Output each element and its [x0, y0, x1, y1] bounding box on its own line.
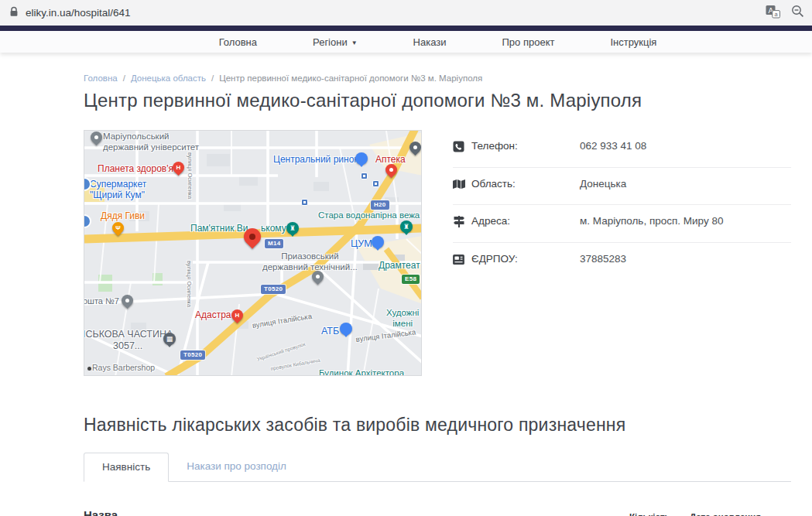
- map-label: ькому: [261, 223, 286, 234]
- nav-list: ГоловнаРегіони▼НаказиПро проектІнструкці…: [63, 31, 812, 53]
- marker-glyph: H: [231, 309, 243, 321]
- info-row: Область:Донецька: [453, 168, 791, 205]
- info-row: Телефон:062 933 41 08: [453, 130, 791, 168]
- browser-address-bar[interactable]: eliky.in.ua/hospital/641 A a: [0, 0, 812, 26]
- map-label: Планета здоров'я: [98, 163, 173, 174]
- phone-square-icon: [453, 140, 471, 155]
- translate-icon[interactable]: A a: [766, 5, 780, 22]
- selected-location-pin[interactable]: [240, 224, 264, 248]
- marker-glyph: [312, 271, 324, 282]
- marker-glyph: [122, 295, 133, 306]
- marker-glyph: ▦: [166, 336, 173, 343]
- pharmacy-marker[interactable]: [383, 162, 399, 178]
- monument-marker[interactable]: ♜: [286, 222, 299, 234]
- map-label: Rays Barbershop: [92, 363, 155, 372]
- road-badge: E58: [402, 275, 420, 284]
- hospital-marker[interactable]: H: [170, 159, 187, 176]
- map-label: вулиця Осипенка: [186, 152, 193, 199]
- poi-marker[interactable]: [407, 139, 422, 155]
- breadcrumb-separator: /: [123, 73, 125, 83]
- poi-dot: [87, 367, 91, 371]
- lock-icon[interactable]: [9, 6, 19, 20]
- info-label: ЄДРПОУ:: [471, 253, 580, 265]
- marker-glyph: ♜: [290, 225, 296, 232]
- info-label: Телефон:: [471, 140, 580, 152]
- info-value: 37885283: [580, 253, 626, 265]
- transit-stop-icon[interactable]: [301, 199, 308, 206]
- map-label: АТБ: [321, 326, 339, 337]
- marker-glyph: [409, 142, 421, 153]
- nav-item-1[interactable]: Головна: [219, 36, 257, 48]
- tab-orders[interactable]: Накази про розподіл: [169, 453, 304, 481]
- info-row: ЄДРПОУ:37885283: [453, 243, 791, 279]
- breadcrumb-link[interactable]: Головна: [84, 73, 118, 83]
- map-label: ЦУМ: [351, 238, 372, 250]
- nav-item-4[interactable]: Про проект: [502, 36, 555, 48]
- column-header-1: Назва: [84, 508, 629, 516]
- market-marker[interactable]: [355, 152, 368, 165]
- nav-item-2[interactable]: Регіони▼: [313, 36, 358, 48]
- map-label: Приазовський державний технічний...: [262, 251, 358, 272]
- tabs: НаявністьНакази про розподіл: [84, 453, 791, 482]
- breadcrumb-current: Центр первинної медико-санітарної допомо…: [219, 73, 482, 83]
- road-badge: M14: [265, 239, 283, 248]
- road-badge: H20: [371, 200, 389, 210]
- chevron-down-icon: ▼: [351, 39, 358, 46]
- transit-stop-icon[interactable]: [361, 173, 368, 179]
- marker-glyph: Ψ: [112, 222, 124, 234]
- marker-glyph: [244, 228, 261, 245]
- site-nav: ГоловнаРегіони▼НаказиПро проектІнструкці…: [0, 31, 812, 53]
- map-label: ІСЬКОВА ЧАСТИНА 3057...: [84, 329, 173, 352]
- map-label: Пам'ятник Ви: [190, 223, 248, 234]
- map-signs-icon: [453, 215, 471, 231]
- supermarket-marker[interactable]: [340, 323, 352, 335]
- university-marker[interactable]: [310, 268, 326, 285]
- map-label: Стара водонапірна вежа: [318, 210, 420, 221]
- book-icon: [453, 253, 471, 268]
- water-tower-marker[interactable]: ♜: [400, 220, 413, 233]
- map-label: Драмтеат: [379, 260, 420, 271]
- map-label: Супермаркет "Щирий Кум": [90, 179, 146, 200]
- map-label: Центральний ринок: [273, 154, 358, 165]
- tab-availability[interactable]: Наявність: [84, 453, 169, 482]
- breadcrumb-link[interactable]: Донецька область: [131, 73, 206, 83]
- info-value: 062 933 41 08: [580, 140, 646, 152]
- transit-stop-icon[interactable]: [372, 180, 379, 187]
- military-unit-marker[interactable]: ▦: [163, 333, 176, 345]
- info-value: Донецька: [580, 178, 626, 190]
- column-header-2: Кількість: [629, 512, 690, 516]
- map-label: Будинок Архітектора: [319, 368, 404, 376]
- column-header-3: Дата оновлення: [690, 512, 791, 516]
- info-value: м. Маріуполь, просп. Миру 80: [580, 215, 723, 227]
- table-header: НазваКількістьДата оновлення: [84, 508, 791, 516]
- marker-glyph: [385, 164, 397, 176]
- breadcrumb-separator: /: [211, 73, 214, 83]
- info-row: Адреса:м. Маріуполь, просп. Миру 80: [453, 205, 791, 243]
- department-store-marker[interactable]: [372, 236, 384, 248]
- marker-glyph: ♜: [403, 224, 409, 231]
- info-label: Адреса:: [471, 215, 580, 227]
- url-text[interactable]: eliky.in.ua/hospital/641: [26, 7, 131, 19]
- section-title: Наявність лікарських засобів та виробів …: [84, 415, 791, 436]
- header-accent-strip: [0, 26, 812, 31]
- map-label: Дядя Гиви: [101, 210, 145, 221]
- map-label: Адастра: [195, 309, 231, 320]
- road-badge: T0520: [180, 350, 205, 360]
- map-label: вулиця Осипенка: [185, 261, 192, 307]
- svg-text:a: a: [774, 10, 778, 17]
- post-office-marker[interactable]: [119, 292, 135, 309]
- page-title: Центр первинної медико-санітарної допомо…: [84, 90, 791, 111]
- map[interactable]: Маріупольський державний університетПлан…: [84, 130, 422, 376]
- map-label: ошта №7: [84, 296, 119, 306]
- road-badge: T0520: [261, 285, 286, 294]
- info-label: Область:: [471, 178, 580, 190]
- nav-item-5[interactable]: Інструкція: [610, 36, 656, 48]
- nav-item-3[interactable]: Накази: [413, 36, 447, 48]
- hospital-info-panel: Телефон:062 933 41 08Область:ДонецькаАдр…: [453, 130, 791, 376]
- marker-glyph: [91, 132, 102, 143]
- breadcrumb: Головна/Донецька область/Центр первинної…: [84, 73, 791, 83]
- zoom-out-icon[interactable]: [791, 5, 804, 21]
- restaurant-marker[interactable]: Ψ: [110, 220, 126, 236]
- clinic-marker[interactable]: H: [229, 307, 245, 323]
- map-label: Художні імені: [386, 308, 419, 329]
